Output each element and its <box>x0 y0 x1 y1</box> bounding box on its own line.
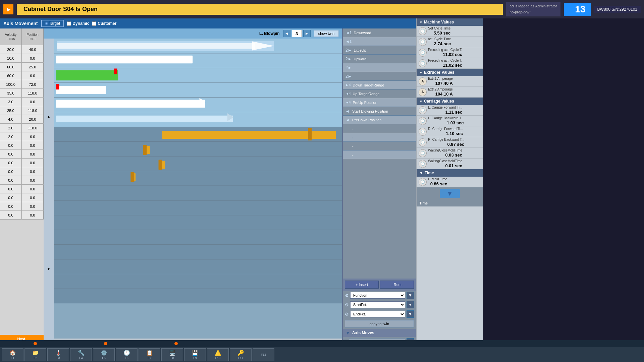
move-label-14: - <box>352 144 413 148</box>
tab-target[interactable]: ■ Target <box>41 20 64 27</box>
l-fwd-value: 1.11 sec <box>428 110 462 115</box>
axis-moves-arrow[interactable]: ▼ <box>345 330 350 336</box>
l-fwd-icon: 🕐 <box>419 106 427 114</box>
data-row-19[interactable]: 0.00.0 <box>0 211 44 220</box>
velocity-cell-2: 60.0 <box>0 63 22 71</box>
chart-svg <box>54 39 342 339</box>
bottom-toolbar: 🏠 F1 📁 F2 🌡️ F3 🔧 F4 ⚙️ F5 🕐 F6 📋 F7 🖥️ … <box>0 347 644 362</box>
tab-dynamic[interactable]: Dynamic <box>67 21 89 26</box>
position-cell-15: 0.0 <box>22 176 44 184</box>
move-item-2[interactable]: ◄1 <box>343 37 416 46</box>
move-up-target[interactable]: ◄4 Up TargetRange <box>343 89 416 98</box>
nav-num-input[interactable] <box>292 30 302 37</box>
nav-prev-btn[interactable]: ◄ <box>283 30 290 37</box>
remove-btn[interactable]: - Rem. <box>380 281 414 289</box>
carriage-values-header[interactable]: ▼ Carriage Values <box>417 98 483 105</box>
data-row-6[interactable]: 3.00.0 <box>0 98 44 106</box>
data-row-18[interactable]: 0.00.0 <box>0 202 44 211</box>
data-row-10[interactable]: 2.06.0 <box>0 132 44 141</box>
move-item-5[interactable]: 2► <box>343 63 416 72</box>
tab-customer[interactable]: Customer <box>92 21 116 26</box>
data-row-12[interactable]: 0.00.0 <box>0 150 44 159</box>
move-predown[interactable]: ◄ PreDown Position <box>343 116 416 124</box>
f4-btn[interactable]: 🔧 F4 <box>70 348 92 361</box>
f3-btn[interactable]: 🌡️ F3 <box>47 348 69 361</box>
extruder-values-header[interactable]: ▼ Extruder Values <box>417 69 483 76</box>
r-fwd-row: 🕐 R. Carrige Forward Ti... 1.10 sec <box>417 126 483 137</box>
f9-btn[interactable]: 💾 F9 <box>184 348 206 361</box>
f7-btn[interactable]: 📋 F7 <box>139 348 160 361</box>
insert-btn[interactable]: + Insert <box>345 281 379 289</box>
dynamic-checkbox[interactable] <box>67 21 71 26</box>
logo-number: 13 <box>564 3 591 16</box>
nav-next-btn[interactable]: ► <box>303 30 311 37</box>
f11-btn[interactable]: 🔑 F11 <box>230 348 252 361</box>
data-row-11[interactable]: 0.00.0 <box>0 141 44 150</box>
svg-rect-44 <box>56 84 59 89</box>
move-item-6[interactable]: 2► <box>343 72 416 81</box>
data-row-4[interactable]: 100.072.0 <box>0 80 44 89</box>
data-row-1[interactable]: 10.00.0 <box>0 54 44 63</box>
move-littleup[interactable]: 2► LittleUp <box>343 46 416 55</box>
startfct-dropdown-btn[interactable]: ▼ <box>407 301 414 308</box>
position-cell-5: 118.0 <box>22 89 44 97</box>
endfct-dropdown-btn[interactable]: ▼ <box>407 310 414 318</box>
copy-twin-btn[interactable]: copy to twin <box>345 320 414 327</box>
time-label-bottom: Time <box>417 200 483 206</box>
data-row-3[interactable]: 60.06.0 <box>0 71 44 80</box>
data-row-5[interactable]: 35.0118.0 <box>0 89 44 98</box>
scroll-down-icon[interactable]: ▼ <box>440 189 460 198</box>
preceding-act-2-row: 🕐 Preceding act. Cycle T. 11.02 sec <box>417 58 483 69</box>
f1-btn[interactable]: 🏠 F1 <box>2 348 23 361</box>
f8-icon: 🖥️ <box>169 350 176 356</box>
move-items-container: ◄1 Downward ◄1 2► LittleUp 2► Upward <box>343 28 416 279</box>
extr2-row: A Extr.2 Amperage 104.10 A <box>417 87 483 98</box>
move-item-15[interactable]: - <box>343 150 416 159</box>
data-row-13[interactable]: 0.00.0 <box>0 159 44 167</box>
move-item-14[interactable]: - <box>343 142 416 150</box>
l-fwd-row: 🕐 L. Carrige Forward Ti... 1.11 sec <box>417 105 483 116</box>
move-start-blowing[interactable]: ◄ Start Blowing Position <box>343 107 416 116</box>
move-item-13[interactable]: - <box>343 133 416 142</box>
extr2-icon: A <box>419 88 427 96</box>
f8-btn[interactable]: 🖥️ F8 <box>161 348 183 361</box>
endfct-select[interactable]: EndFct. <box>350 311 405 317</box>
data-row-9[interactable]: 2.0118.0 <box>0 124 44 132</box>
move-item-12[interactable]: - <box>343 124 416 133</box>
function-select[interactable]: Function <box>350 292 405 299</box>
velocity-cell-14: 0.0 <box>0 167 22 176</box>
data-row-14[interactable]: 0.00.0 <box>0 167 44 176</box>
function-dropdown-btn[interactable]: ▼ <box>407 292 414 299</box>
f10-btn[interactable]: ⚠️ F10 <box>207 348 229 361</box>
move-arrow-3: 2► <box>345 48 352 53</box>
data-row-17[interactable]: 0.00.0 <box>0 193 44 202</box>
move-preup[interactable]: ◄4 PreUp Position <box>343 98 416 107</box>
data-row-16[interactable]: 0.00.0 <box>0 185 44 193</box>
carriage-values-arrow: ▼ <box>419 100 423 103</box>
set-cycle-time-row: 🕐 Set Cycle Time 5.50 sec <box>417 26 483 37</box>
move-upward[interactable]: 2► Upward <box>343 55 416 63</box>
customer-checkbox[interactable] <box>92 21 96 26</box>
move-downward[interactable]: ◄1 Downward <box>343 28 416 37</box>
data-row-2[interactable]: 60.025.0 <box>0 63 44 71</box>
f5-label: F5 <box>102 356 106 360</box>
data-row-15[interactable]: 0.00.0 <box>0 176 44 185</box>
right-panel: ▼ Machine Values 🕐 Set Cycle Time 5.50 s… <box>416 18 483 347</box>
machine-values-header[interactable]: ▼ Machine Values <box>417 18 483 26</box>
data-row-0[interactable]: 20.040.0 <box>0 45 44 54</box>
data-row-8[interactable]: 4.020.0 <box>0 115 44 124</box>
time-section-header[interactable]: ▼ Time <box>417 169 483 177</box>
move-label-15: - <box>352 153 413 157</box>
data-row-7[interactable]: 25.0118.0 <box>0 106 44 115</box>
move-down-target[interactable]: ►4 Down TargetRange <box>343 81 416 89</box>
f6-btn[interactable]: 🕐 F6 <box>116 348 138 361</box>
startfct-select[interactable]: StartFct. <box>350 301 405 308</box>
show-twin-btn[interactable]: show twin <box>314 30 339 37</box>
f8-label: F8 <box>170 356 174 360</box>
scroll-down-indicator: ▼ <box>417 187 483 200</box>
f5-btn[interactable]: ⚙️ F5 <box>93 348 115 361</box>
endfct-icon: ⚙ <box>345 312 349 317</box>
f2-btn[interactable]: 📁 F2 <box>24 348 46 361</box>
f12-btn[interactable]: F12 <box>253 348 274 361</box>
wait-close-mold2-value: 0.01 sec <box>428 163 462 168</box>
